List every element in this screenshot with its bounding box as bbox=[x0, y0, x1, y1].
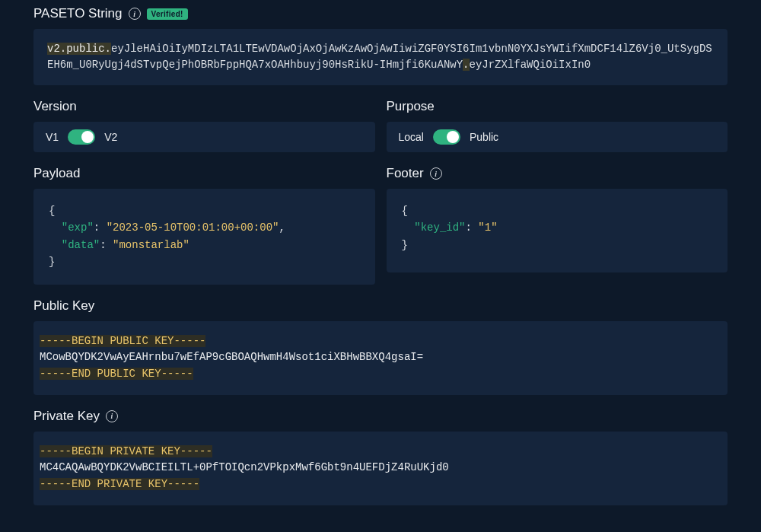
version-label: Version bbox=[33, 99, 77, 114]
footer-label: Footer bbox=[387, 166, 424, 181]
purpose-left-label: Local bbox=[399, 131, 424, 143]
public-key-input[interactable]: -----BEGIN PUBLIC KEY----- MCowBQYDK2VwA… bbox=[33, 321, 728, 395]
payload-label: Payload bbox=[33, 166, 80, 181]
footer-header: Footer i bbox=[387, 166, 728, 181]
private-key-label: Private Key bbox=[33, 409, 100, 424]
version-left-label: V1 bbox=[46, 131, 59, 143]
private-key-end: -----END PRIVATE KEY----- bbox=[40, 478, 199, 490]
purpose-toggle-panel: Local Public bbox=[387, 122, 728, 152]
paseto-footer-sep: . bbox=[463, 59, 469, 71]
public-key-body: MCowBQYDK2VwAyEAHrnbu7wEfAP9cGBOAQHwmH4W… bbox=[40, 351, 423, 363]
version-toggle-panel: V1 V2 bbox=[33, 122, 375, 152]
version-header: Version bbox=[33, 99, 375, 114]
payload-header: Payload bbox=[33, 166, 375, 181]
paseto-string-input[interactable]: v2.public.eyJleHAiOiIyMDIzLTA1LTEwVDAwOj… bbox=[33, 29, 728, 85]
private-key-begin: -----BEGIN PRIVATE KEY----- bbox=[40, 445, 212, 457]
purpose-header: Purpose bbox=[387, 99, 728, 114]
private-key-input[interactable]: -----BEGIN PRIVATE KEY----- MC4CAQAwBQYD… bbox=[33, 432, 728, 505]
version-right-label: V2 bbox=[104, 131, 117, 143]
purpose-label: Purpose bbox=[387, 99, 435, 114]
payload-input[interactable]: { "exp": "2023-05-10T00:01:00+00:00", "d… bbox=[33, 189, 375, 285]
info-icon[interactable]: i bbox=[430, 167, 442, 180]
paseto-string-header: PASETO String i Verified! bbox=[33, 6, 728, 21]
footer-input[interactable]: { "key_id": "1" } bbox=[387, 189, 728, 272]
public-key-end: -----END PUBLIC KEY----- bbox=[40, 368, 193, 380]
paseto-footer: eyJrZXlfaWQiOiIxIn0 bbox=[470, 59, 591, 71]
paseto-string-label: PASETO String bbox=[33, 6, 123, 21]
toggle-handle bbox=[81, 131, 94, 143]
purpose-toggle[interactable] bbox=[433, 129, 460, 145]
private-key-body: MC4CAQAwBQYDK2VwBCIEILTL+0PfTOIQcn2VPkpx… bbox=[40, 461, 449, 473]
verified-badge: Verified! bbox=[147, 8, 188, 20]
info-icon[interactable]: i bbox=[106, 410, 118, 422]
purpose-right-label: Public bbox=[470, 131, 498, 143]
paseto-payload: eyJleHAiOiIyMDIzLTA1LTEwVDAwOjAxOjAwKzAw… bbox=[47, 43, 712, 71]
paseto-prefix: v2.public. bbox=[47, 43, 111, 55]
private-key-header: Private Key i bbox=[33, 409, 728, 424]
public-key-label: Public Key bbox=[33, 298, 94, 314]
public-key-header: Public Key bbox=[33, 298, 728, 314]
toggle-handle bbox=[447, 131, 459, 143]
public-key-begin: -----BEGIN PUBLIC KEY----- bbox=[40, 335, 205, 347]
version-toggle[interactable] bbox=[68, 129, 95, 145]
info-icon[interactable]: i bbox=[129, 8, 141, 20]
